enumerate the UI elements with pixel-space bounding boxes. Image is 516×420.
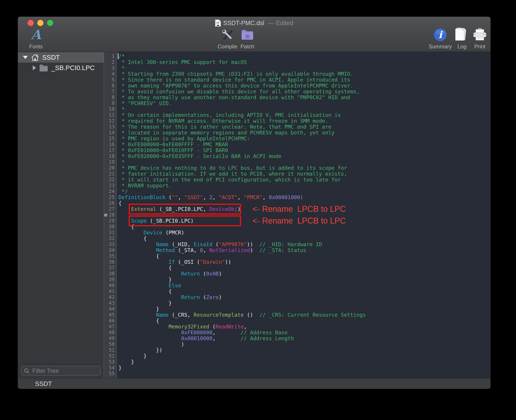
gutter-row[interactable]: [104, 83, 107, 89]
gutter-row[interactable]: [104, 336, 107, 341]
code-line[interactable]: Return (0x0B): [117, 271, 490, 277]
code-line[interactable]: * NVRAM support.: [117, 183, 490, 188]
code-line[interactable]: }: [117, 353, 490, 359]
code-line[interactable]: }: [117, 277, 490, 283]
gutter-row[interactable]: [104, 324, 107, 330]
document-icon[interactable]: [215, 19, 221, 27]
gutter-row[interactable]: [104, 288, 107, 294]
code-line[interactable]: * PMC region is used by AppleIntelPCHPMC…: [117, 136, 490, 142]
gutter-row[interactable]: [104, 294, 107, 300]
patch-button[interactable]: Patch: [236, 28, 258, 50]
fonts-button[interactable]: A Fonts: [25, 28, 47, 50]
gutter-row[interactable]: [104, 212, 107, 218]
gutter-row[interactable]: [104, 53, 107, 59]
gutter-row[interactable]: [104, 247, 107, 253]
gutter-row[interactable]: [104, 341, 107, 347]
compile-button[interactable]: Compile: [216, 28, 239, 50]
gutter-row[interactable]: [104, 306, 107, 312]
code-line[interactable]: [117, 371, 490, 377]
gutter-row[interactable]: [104, 100, 107, 106]
code-line[interactable]: Device (PMCR): [117, 230, 490, 236]
code-line[interactable]: }: [117, 365, 490, 371]
gutter-row[interactable]: [104, 136, 107, 142]
code-line[interactable]: {: [117, 318, 490, 324]
gutter-row[interactable]: [104, 106, 107, 112]
gutter-row[interactable]: [104, 236, 107, 241]
gutter-row[interactable]: [104, 283, 107, 288]
code-line[interactable]: Name (_HID, EisaId ("APP9876")) // _HID:…: [117, 241, 490, 247]
code-line[interactable]: }: [117, 306, 490, 312]
gutter-row[interactable]: [104, 300, 107, 306]
filter-tree-input[interactable]: [21, 366, 101, 376]
code-line[interactable]: Memory32Fixed (ReadWrite,: [117, 324, 490, 330]
code-line[interactable]: * The reason for this is rather unclear.…: [117, 124, 490, 130]
disclosure-open-icon[interactable]: [23, 56, 28, 59]
code-line[interactable]: * faster initialisation. If we add it to…: [117, 171, 490, 177]
code-line[interactable]: *: [117, 159, 490, 165]
code-line[interactable]: * Since there is no standard device for …: [117, 77, 490, 83]
gutter-row[interactable]: [104, 183, 107, 188]
gutter-row[interactable]: [104, 89, 107, 95]
sidebar-item-sb-pci0-lpc[interactable]: _SB.PCI0.LPC: [18, 63, 104, 73]
gutter-row[interactable]: [104, 165, 107, 171]
gutter-row[interactable]: [104, 224, 107, 230]
gutter-row[interactable]: [104, 124, 107, 130]
gutter-row[interactable]: [104, 259, 107, 265]
code-line[interactable]: }): [117, 347, 490, 353]
gutter-row[interactable]: [104, 59, 107, 65]
gutter-row[interactable]: [104, 365, 107, 371]
gutter-row[interactable]: [104, 253, 107, 259]
summary-button[interactable]: i Summary: [426, 28, 454, 50]
gutter-row[interactable]: [104, 153, 107, 159]
gutter-row[interactable]: [104, 200, 107, 206]
code-line[interactable]: {: [117, 288, 490, 294]
gutter-row[interactable]: [104, 218, 107, 224]
code-line[interactable]: Return (Zero): [117, 294, 490, 300]
code-line[interactable]: {: [117, 236, 490, 241]
sidebar-item-ssdt[interactable]: SSDT: [18, 52, 104, 63]
code-line[interactable]: 0xFE000000, // Address Base: [117, 330, 490, 336]
gutter-row[interactable]: [104, 312, 107, 318]
code-line[interactable]: * Intel 300-series PMC support for macOS: [117, 59, 490, 65]
gutter-row[interactable]: [104, 71, 107, 77]
code-line[interactable]: * Starting from Z390 chipsets PMC (D31:F…: [117, 71, 490, 77]
gutter-row[interactable]: [104, 65, 107, 71]
gutter-row[interactable]: [104, 77, 107, 83]
gutter-row[interactable]: [104, 265, 107, 271]
gutter-row[interactable]: [104, 347, 107, 353]
gutter-row[interactable]: [104, 318, 107, 324]
code-line[interactable]: * On certain implementations, including …: [117, 112, 490, 118]
gutter-row[interactable]: [104, 159, 107, 165]
code-line[interactable]: If (_OSI ("Darwin")): [117, 259, 490, 265]
marker-gutter[interactable]: [104, 52, 107, 378]
code-line[interactable]: * as they normally use another non-stand…: [117, 95, 490, 100]
gutter-row[interactable]: [104, 142, 107, 147]
gutter-row[interactable]: [104, 118, 107, 124]
gutter-row[interactable]: [104, 359, 107, 365]
code-line[interactable]: * required for NVRAM access. Otherwise i…: [117, 118, 490, 124]
code-line[interactable]: * 0xFE020000~0xFE035FFF - SerialIo BAR i…: [117, 153, 490, 159]
code-line[interactable]: ): [117, 341, 490, 347]
code-line[interactable]: * own naming "APP9876" to access this de…: [117, 83, 490, 89]
gutter-row[interactable]: [104, 271, 107, 277]
code-line[interactable]: {: [117, 265, 490, 271]
code-line[interactable]: * "PCHRESV" UID.: [117, 100, 490, 106]
code-line[interactable]: * located in separate memory regions and…: [117, 130, 490, 136]
gutter-row[interactable]: [104, 95, 107, 100]
code-line[interactable]: * 0xFE010000~0xFE010FFF - SPI BAR0: [117, 147, 490, 153]
gutter-row[interactable]: [104, 130, 107, 136]
disclosure-closed-icon[interactable]: [33, 65, 36, 70]
gutter-row[interactable]: [104, 147, 107, 153]
gutter-row[interactable]: [104, 371, 107, 377]
gutter-row[interactable]: [104, 112, 107, 118]
code-line[interactable]: Name (_CRS, ResourceTemplate () // _CRS:…: [117, 312, 490, 318]
gutter-row[interactable]: [104, 330, 107, 336]
code-line[interactable]: * To avoid confusion we disable this dev…: [117, 89, 490, 95]
print-button[interactable]: Print: [469, 28, 491, 50]
gutter-row[interactable]: [104, 241, 107, 247]
code-line[interactable]: *: [117, 65, 490, 71]
code-line[interactable]: Method (_STA, 0, NotSerialized) // _STA:…: [117, 247, 490, 253]
code-line[interactable]: }: [117, 300, 490, 306]
code-line[interactable]: DefinitionBlock ("", "SSDT", 2, "ACDT", …: [117, 195, 490, 200]
gutter-row[interactable]: [104, 171, 107, 177]
